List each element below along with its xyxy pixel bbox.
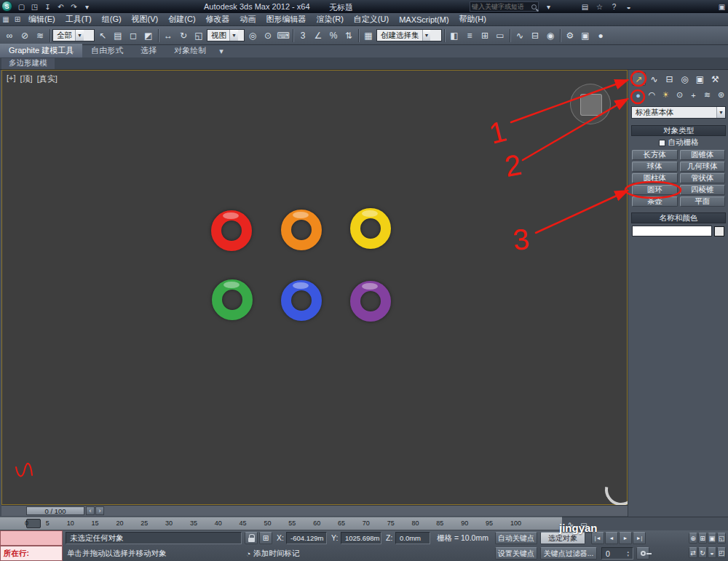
selection-lock-toggle[interactable] xyxy=(245,532,258,544)
cameras-category-icon[interactable]: ⊙ xyxy=(673,89,686,101)
material-editor-icon[interactable]: ◉ xyxy=(543,28,558,43)
favorites-icon[interactable]: ☆ xyxy=(593,1,606,12)
add-time-tag[interactable]: ◔添加时间标记 xyxy=(246,549,299,559)
viewport-pov-menu[interactable]: [顶] xyxy=(20,73,33,84)
obj-cylinder-button[interactable]: 圆柱体 xyxy=(632,173,678,183)
zoom-extents-button[interactable]: ▣ xyxy=(708,533,716,544)
zoom-button[interactable]: ⊕ xyxy=(689,533,697,544)
maxscript-mini-listener[interactable] xyxy=(0,530,63,546)
new-scene-icon[interactable]: ▢ xyxy=(15,1,28,12)
menu-edit[interactable]: 编辑(E) xyxy=(23,13,60,25)
menu-graph-editors[interactable]: 图形编辑器 xyxy=(261,13,312,25)
set-key-button[interactable]: 设置关键点 xyxy=(495,547,537,560)
align-icon[interactable]: ≡ xyxy=(462,28,477,43)
undo-icon[interactable]: ↶ xyxy=(55,1,67,12)
selection-filter-dropdown[interactable]: 全部 ▼ xyxy=(52,29,95,41)
track-bar[interactable]: 0 5 10 15 20 25 30 35 40 45 50 55 60 65 … xyxy=(0,517,562,530)
prev-frame-arrow-icon[interactable]: ‹ xyxy=(86,506,95,515)
percent-snap-icon[interactable]: % xyxy=(326,28,341,43)
reference-coordinate-dropdown[interactable]: 视图 ▼ xyxy=(207,29,245,41)
torus-green[interactable] xyxy=(212,279,253,320)
obj-geosphere-button[interactable]: 几何球体 xyxy=(680,162,726,172)
torus-blue[interactable] xyxy=(281,280,322,321)
obj-cone-button[interactable]: 圆锥体 xyxy=(680,150,726,160)
torus-purple[interactable] xyxy=(350,281,391,322)
zoom-all-button[interactable]: ⊞ xyxy=(698,533,707,544)
subtab-polygon-modeling[interactable]: 多边形建模 xyxy=(1,58,55,69)
helpers-category-icon[interactable]: + xyxy=(687,89,700,101)
y-coord-field[interactable]: 1025.698m xyxy=(341,532,381,544)
edit-named-selection-sets-icon[interactable]: ▦ xyxy=(361,28,376,43)
systems-category-icon[interactable]: ⊛ xyxy=(715,89,727,101)
menu-group[interactable]: 组(G) xyxy=(97,13,127,25)
lights-category-icon[interactable]: ☀ xyxy=(660,89,672,101)
mirror-icon[interactable]: ◧ xyxy=(447,28,462,43)
save-file-icon[interactable]: ↧ xyxy=(41,1,54,12)
spinner-snap-icon[interactable]: ⇅ xyxy=(341,28,356,43)
menu-help[interactable]: 帮助(H) xyxy=(454,13,491,25)
angle-snap-icon[interactable]: ∠ xyxy=(311,28,325,43)
obj-teapot-button[interactable]: 茶壶 xyxy=(632,196,678,207)
absolute-mode-toggle[interactable]: ⊞ xyxy=(259,532,272,544)
obj-tube-button[interactable]: 管状体 xyxy=(680,173,726,183)
select-and-manipulate-icon[interactable]: ⊙ xyxy=(261,28,275,43)
open-mini-curve-editor-icon[interactable]: ∿ xyxy=(565,519,577,530)
infocenter-icon[interactable]: ◒ xyxy=(622,1,635,12)
menu-customize[interactable]: 自定义(U) xyxy=(349,13,394,25)
torus-yellow[interactable] xyxy=(350,208,391,249)
selected-filter-dropdown[interactable]: 选定对象 xyxy=(540,532,585,544)
zoom-region-button[interactable]: ◱ xyxy=(717,533,726,544)
next-frame-arrow-icon[interactable]: › xyxy=(95,506,104,515)
key-mode-toggle[interactable] xyxy=(636,547,649,560)
workspace-icon[interactable]: ▦ xyxy=(0,15,12,23)
tab-freeform[interactable]: 自由形式 xyxy=(82,44,132,57)
maximize-viewport-button[interactable]: ◰ xyxy=(717,547,726,558)
menu-maxscript[interactable]: MAXScript(M) xyxy=(394,13,454,25)
frame-spinner[interactable]: ▴▾ xyxy=(627,550,629,557)
named-selection-sets-dropdown[interactable]: 创建选择集 ▼ xyxy=(376,29,442,41)
menu-views[interactable]: 视图(V) xyxy=(127,13,164,25)
scene-explorer-icon[interactable]: ⊞ xyxy=(12,15,23,23)
rollout-name-color[interactable]: 名称和颜色 xyxy=(631,212,726,223)
rendered-frame-window-icon[interactable]: ▣ xyxy=(578,28,593,43)
communication-center-icon[interactable]: ▤ xyxy=(579,1,591,12)
unlink-selection-icon[interactable]: ⊘ xyxy=(17,28,32,43)
schematic-view-icon[interactable]: ⊟ xyxy=(528,28,542,43)
key-filters-button[interactable]: 关键点过滤器... xyxy=(540,547,597,560)
layer-manager-icon[interactable]: ⊞ xyxy=(478,28,492,43)
object-name-input[interactable] xyxy=(632,226,712,236)
search-flyout-icon[interactable]: ▾ xyxy=(542,1,555,12)
rectangular-selection-region-icon[interactable]: ◻ xyxy=(126,28,141,43)
hierarchy-tab-icon[interactable]: ⊟ xyxy=(662,72,676,86)
previous-frame-button[interactable]: ◄ xyxy=(605,532,618,544)
redo-icon[interactable]: ↷ xyxy=(68,1,80,12)
viewport[interactable]: [+] [顶] [真实] xyxy=(1,70,628,505)
spacewarps-category-icon[interactable]: ≋ xyxy=(701,89,713,101)
utilities-tab-icon[interactable]: ⚒ xyxy=(708,72,722,86)
search-box[interactable] xyxy=(470,1,539,12)
tab-selection[interactable]: 选择 xyxy=(132,44,165,57)
open-file-icon[interactable]: ◳ xyxy=(28,1,41,12)
snaps-toggle-icon[interactable]: 3 xyxy=(296,28,310,43)
time-slider-handle[interactable]: 0 / 100 xyxy=(26,506,84,515)
field-of-view-button[interactable]: ◒ xyxy=(708,547,716,558)
goto-end-button[interactable]: ►| xyxy=(633,532,646,544)
ribbon-toggle-icon[interactable]: ▭ xyxy=(493,28,507,43)
torus-red[interactable] xyxy=(211,210,252,251)
play-button[interactable]: ► xyxy=(619,532,632,544)
use-pivot-center-icon[interactable]: ◎ xyxy=(245,28,260,43)
maxscript-listener-line[interactable]: 所在行: xyxy=(0,546,63,561)
window-crossing-toggle-icon[interactable]: ◩ xyxy=(141,28,156,43)
x-coord-field[interactable]: -604.129m xyxy=(286,532,327,544)
torus-orange[interactable] xyxy=(281,210,322,250)
viewport-general-menu[interactable]: [+] xyxy=(7,73,16,84)
tab-graphite-modeling[interactable]: Graphite 建模工具 xyxy=(0,44,82,57)
auto-key-button[interactable]: 自动关键点 xyxy=(495,532,537,544)
current-frame-field[interactable]: 0 ▴▾ xyxy=(601,547,633,560)
primitive-category-dropdown[interactable]: 标准基本体 ▼ xyxy=(631,106,726,119)
obj-torus-button[interactable]: 圆环 xyxy=(632,185,678,195)
tab-object-paint[interactable]: 对象绘制 xyxy=(165,44,215,57)
create-tab-icon[interactable]: ↗ xyxy=(632,72,646,86)
modify-tab-icon[interactable]: ∿ xyxy=(647,72,661,86)
menu-animation[interactable]: 动画 xyxy=(235,13,261,25)
